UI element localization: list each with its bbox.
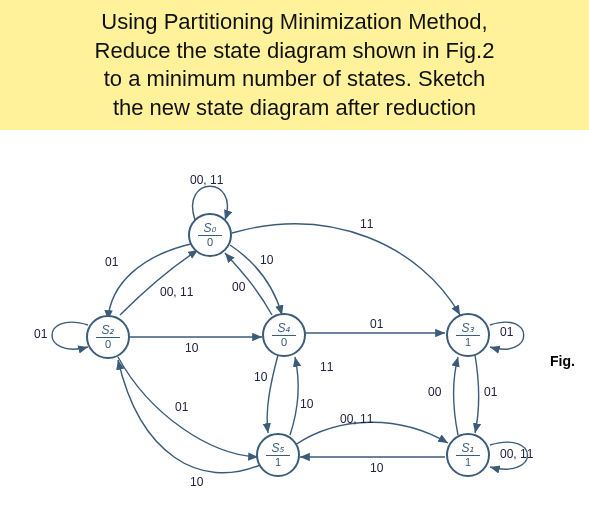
label-s0-s2: 01 xyxy=(105,255,118,269)
label-s0-s4: 10 xyxy=(260,253,273,267)
label-s1-self: 00, 11 xyxy=(500,447,533,461)
label-s3-self: 01 xyxy=(500,325,513,339)
state-s1-name: S₁ xyxy=(461,442,474,454)
label-s5-s4: 10 xyxy=(300,397,313,411)
header-line-3: to a minimum number of states. Sketch xyxy=(10,65,579,94)
state-s2-name: S₂ xyxy=(101,324,114,336)
header-line-4: the new state diagram after reduction xyxy=(10,94,579,123)
label-s1-s3: 01 xyxy=(484,385,497,399)
state-s3-name: S₃ xyxy=(461,322,474,334)
figure-caption: Fig. xyxy=(550,353,575,369)
header-line-1: Using Partitioning Minimization Method, xyxy=(10,8,579,37)
state-s5-name: S₅ xyxy=(271,442,284,454)
question-header: Using Partitioning Minimization Method, … xyxy=(0,0,589,130)
label-s2-s5: 01 xyxy=(175,400,188,414)
state-s2: S₂ 0 xyxy=(86,315,130,359)
label-s4-s5b: 11 xyxy=(320,360,333,374)
header-line-2: Reduce the state diagram shown in Fig.2 xyxy=(10,37,579,66)
state-s3: S₃ 1 xyxy=(446,313,490,357)
label-s0-self: 00, 11 xyxy=(190,173,223,187)
state-s2-output: 0 xyxy=(96,337,120,350)
state-s0: S₀ 0 xyxy=(188,213,232,257)
state-s3-output: 1 xyxy=(456,335,480,348)
label-s2-s4: 10 xyxy=(185,341,198,355)
label-s5-s2-back: 10 xyxy=(190,475,203,489)
state-s4-name: S₄ xyxy=(277,322,290,334)
label-s5-s1: 00, 11 xyxy=(340,412,373,426)
state-s0-name: S₀ xyxy=(203,222,216,234)
state-s0-output: 0 xyxy=(198,235,222,248)
state-s5: S₅ 1 xyxy=(256,433,300,477)
state-s4-output: 0 xyxy=(272,335,296,348)
state-s5-output: 1 xyxy=(266,455,290,468)
state-diagram: S₀ 0 S₂ 0 S₄ 0 S₃ 1 S₅ 1 S₁ 1 00, 11 01 … xyxy=(0,155,589,525)
label-s2-self: 01 xyxy=(34,327,47,341)
state-s1: S₁ 1 xyxy=(446,433,490,477)
label-s4-s3: 01 xyxy=(370,317,383,331)
state-s1-output: 1 xyxy=(456,455,480,468)
label-s4-s0: 00 xyxy=(232,280,245,294)
label-s1-s5: 10 xyxy=(370,461,383,475)
label-s2-s0: 00, 11 xyxy=(160,285,193,299)
label-s3-s1: 00 xyxy=(428,385,441,399)
state-s4: S₄ 0 xyxy=(262,313,306,357)
label-s4-s5a: 10 xyxy=(254,370,267,384)
label-s0-s3-arc: 11 xyxy=(360,217,373,231)
